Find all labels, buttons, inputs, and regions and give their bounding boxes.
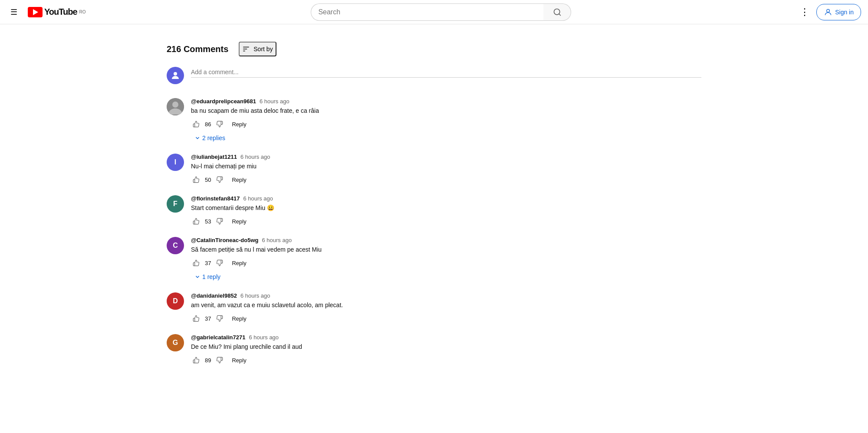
sort-icon xyxy=(242,45,250,53)
search-form xyxy=(311,3,571,21)
yt-wordmark: YouTube xyxy=(44,7,77,17)
more-options-icon[interactable]: ⋮ xyxy=(796,3,813,21)
comment-meta: @gabrielcatalin7271 6 hours ago xyxy=(191,334,701,341)
search-button[interactable] xyxy=(543,3,571,21)
comment-actions: 37 Reply xyxy=(191,258,701,268)
comment-meta: @danidaniel9852 6 hours ago xyxy=(191,292,701,299)
comment-meta: @CatalinTironeac-do5wg 6 hours ago xyxy=(191,237,701,243)
reply-button[interactable]: Reply xyxy=(228,355,250,365)
comment-author[interactable]: @CatalinTironeac-do5wg xyxy=(191,237,258,243)
comment-item: @eduardprelipcean9681 6 hours ago ba nu … xyxy=(167,98,701,143)
like-button[interactable] xyxy=(191,174,201,185)
reply-button[interactable]: Reply xyxy=(228,175,250,185)
comment-author[interactable]: @gabrielcatalin7271 xyxy=(191,334,245,341)
comment-body: @gabrielcatalin7271 6 hours ago De ce Mi… xyxy=(191,334,701,365)
thumbs-up-icon xyxy=(193,315,200,322)
reply-button[interactable]: Reply xyxy=(228,314,250,324)
signin-button[interactable]: Sign in xyxy=(816,4,861,20)
comment-time: 6 hours ago xyxy=(240,292,270,299)
comment-body: @florinstefan8417 6 hours ago Start come… xyxy=(191,195,701,226)
thumbs-down-icon xyxy=(216,315,223,322)
thumbs-down-icon xyxy=(216,176,223,183)
like-button[interactable] xyxy=(191,258,201,268)
comment-time: 6 hours ago xyxy=(260,98,289,105)
chevron-down-icon xyxy=(194,274,201,280)
dislike-button[interactable] xyxy=(214,119,225,129)
like-count: 53 xyxy=(205,218,211,225)
comment-avatar: F xyxy=(167,195,184,213)
hamburger-menu-icon[interactable]: ☰ xyxy=(7,4,21,20)
like-button[interactable] xyxy=(191,216,201,226)
reply-button[interactable]: Reply xyxy=(228,258,250,268)
avatar-photo xyxy=(167,98,184,115)
avatar-letter: G xyxy=(173,339,178,347)
like-count: 37 xyxy=(205,315,211,322)
comment-item: F @florinstefan8417 6 hours ago Start co… xyxy=(167,195,701,226)
header: ☰ YouTubeRO ⋮ Sign in xyxy=(0,0,868,24)
reply-button[interactable]: Reply xyxy=(228,119,250,129)
comment-time: 6 hours ago xyxy=(262,237,292,243)
replies-toggle[interactable]: 2 replies xyxy=(191,133,229,143)
comment-author[interactable]: @iulianbejat1211 xyxy=(191,154,237,160)
header-center xyxy=(86,3,797,21)
comment-body: @iulianbejat1211 6 hours ago Nu-l mai ch… xyxy=(191,154,701,185)
dislike-button[interactable] xyxy=(214,216,225,226)
comment-actions: 50 Reply xyxy=(191,174,701,185)
replies-count: 1 reply xyxy=(202,273,220,280)
add-comment-input[interactable] xyxy=(191,67,701,78)
sort-button[interactable]: Sort by xyxy=(239,42,276,56)
comment-text: Să facem petiție să nu l mai vedem pe ac… xyxy=(191,245,701,254)
like-count: 37 xyxy=(205,260,211,266)
comment-list: @eduardprelipcean9681 6 hours ago ba nu … xyxy=(167,98,701,365)
like-button[interactable] xyxy=(191,355,201,365)
comment-item: C @CatalinTironeac-do5wg 6 hours ago Să … xyxy=(167,237,701,282)
comment-avatar: C xyxy=(167,237,184,254)
comment-avatar: I xyxy=(167,154,184,171)
replies-toggle[interactable]: 1 reply xyxy=(191,272,224,282)
search-icon xyxy=(553,8,562,16)
like-button[interactable] xyxy=(191,119,201,129)
comment-meta: @eduardprelipcean9681 6 hours ago xyxy=(191,98,701,105)
replies-count: 2 replies xyxy=(202,134,225,141)
comment-text: De ce Miu? Imi plang urechile cand il au… xyxy=(191,342,701,351)
signin-label: Sign in xyxy=(835,9,854,16)
comment-author[interactable]: @eduardprelipcean9681 xyxy=(191,98,256,105)
dislike-button[interactable] xyxy=(214,174,225,185)
thumbs-up-icon xyxy=(193,121,200,128)
yt-country-code: RO xyxy=(79,10,86,14)
comments-section: 216 Comments Sort by @eduardpr xyxy=(167,31,701,365)
dislike-button[interactable] xyxy=(214,258,225,268)
header-right: ⋮ Sign in xyxy=(796,3,861,21)
comment-avatar xyxy=(167,98,184,115)
like-count: 89 xyxy=(205,357,211,364)
svg-point-6 xyxy=(174,72,177,75)
comment-actions: 37 Reply xyxy=(191,313,701,324)
dislike-button[interactable] xyxy=(214,355,225,365)
avatar-letter: D xyxy=(173,297,178,305)
thumbs-down-icon xyxy=(216,357,223,364)
thumbs-down-icon xyxy=(216,218,223,225)
comment-item: D @danidaniel9852 6 hours ago am venit, … xyxy=(167,292,701,324)
comments-header: 216 Comments Sort by xyxy=(167,42,701,56)
comment-item: I @iulianbejat1211 6 hours ago Nu-l mai … xyxy=(167,154,701,185)
comment-author[interactable]: @danidaniel9852 xyxy=(191,292,237,299)
thumbs-up-icon xyxy=(193,357,200,364)
comment-item: G @gabrielcatalin7271 6 hours ago De ce … xyxy=(167,334,701,365)
thumbs-up-icon xyxy=(193,218,200,225)
dislike-button[interactable] xyxy=(214,313,225,324)
thumbs-up-icon xyxy=(193,176,200,183)
youtube-logo[interactable]: YouTubeRO xyxy=(28,7,86,17)
reply-button[interactable]: Reply xyxy=(228,216,250,226)
comment-author[interactable]: @florinstefan8417 xyxy=(191,195,240,202)
search-input[interactable] xyxy=(311,3,543,21)
current-user-avatar xyxy=(167,67,184,84)
like-button[interactable] xyxy=(191,313,201,324)
yt-play-triangle xyxy=(33,9,38,15)
thumbs-down-icon xyxy=(216,121,223,128)
comment-meta: @florinstefan8417 6 hours ago xyxy=(191,195,701,202)
svg-point-8 xyxy=(172,102,178,108)
comment-actions: 86 Reply xyxy=(191,119,701,129)
sort-label: Sort by xyxy=(253,46,273,52)
add-comment-row xyxy=(167,67,701,84)
comment-text: am venit, am vazut ca e muiu sclavetul a… xyxy=(191,301,701,310)
